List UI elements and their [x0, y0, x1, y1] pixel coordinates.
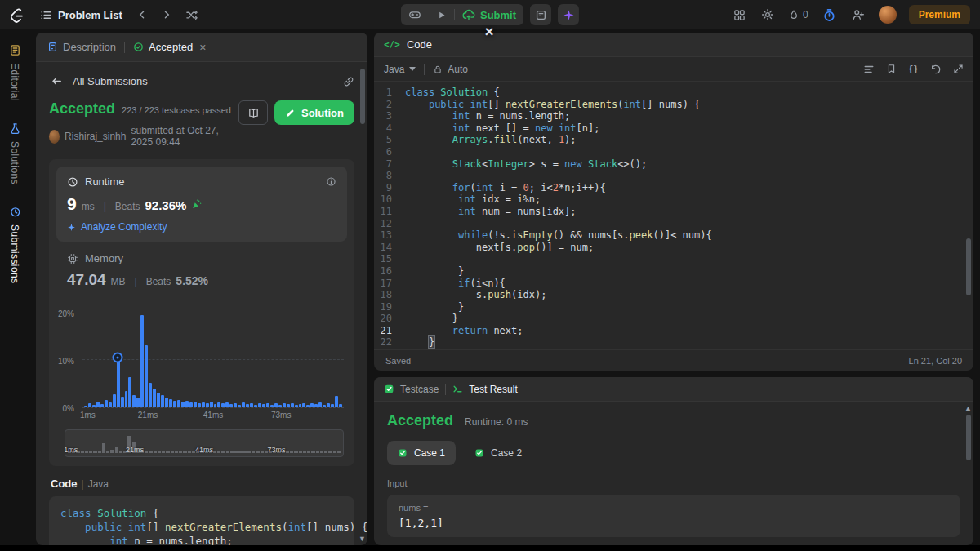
code-section-lang: Java: [88, 478, 109, 490]
solution-button[interactable]: Solution: [274, 100, 354, 125]
solutions-flask-icon: [9, 122, 21, 135]
undo-icon[interactable]: [930, 64, 942, 75]
runtime-beats-label: Beats: [115, 201, 140, 212]
left-tabbar: Description Accepted ×: [36, 33, 368, 62]
language-value: Java: [384, 64, 404, 75]
test-status: Accepted: [387, 412, 453, 429]
code-preview-lines: class Solution { public int[] nextGreate…: [60, 506, 343, 545]
analyze-complexity-link[interactable]: Analyze Complexity: [67, 221, 336, 233]
memory-beats-value: 5.52%: [176, 274, 208, 287]
leetcode-app: Problem List Submit: [0, 0, 980, 551]
bookmark-icon[interactable]: [886, 64, 897, 74]
tab-test-result[interactable]: Test Result: [452, 384, 517, 395]
editorial-icon: [9, 44, 21, 56]
test-panel-scrollbar[interactable]: [966, 415, 971, 460]
stats-card: Runtime 9 ms | Beats 92.36%: [49, 159, 354, 466]
notes-button[interactable]: [530, 4, 551, 25]
divider: [124, 42, 125, 53]
celebrate-icon: [191, 198, 203, 210]
tab-description[interactable]: Description: [46, 41, 118, 53]
case-2-label: Case 2: [491, 447, 522, 459]
random-problem-button[interactable]: [181, 6, 202, 24]
case-1-label: Case 1: [414, 447, 445, 459]
analyze-complexity-label: Analyze Complexity: [81, 221, 167, 233]
back-button[interactable]: [49, 73, 65, 89]
flame-icon: [788, 9, 800, 21]
ai-assistant-button[interactable]: [558, 4, 579, 25]
test-panel-scroll-up-icon[interactable]: ▲: [964, 405, 972, 412]
editor-toolbar: Java Auto {}: [374, 57, 973, 82]
left-panel-scroll-down-icon[interactable]: ▼: [359, 535, 366, 543]
timer-icon[interactable]: [821, 7, 838, 24]
solution-label: Solution: [301, 107, 344, 119]
language-select[interactable]: Java: [384, 64, 416, 75]
rail-item-editorial[interactable]: Editorial: [9, 44, 21, 101]
divider: [445, 384, 446, 395]
author-avatar[interactable]: [49, 130, 60, 144]
editor-header-label: Code: [407, 38, 432, 51]
code-icon: </>: [384, 39, 400, 50]
settings-gear-icon[interactable]: [760, 7, 776, 23]
case-2-chip[interactable]: Case 2: [464, 441, 532, 465]
close-tab-icon[interactable]: ×: [199, 41, 206, 54]
input-param-name: nums =: [399, 503, 949, 513]
editor-code-area[interactable]: 1class Solution {2 public int[] nextGrea…: [374, 82, 973, 349]
rail-label-submissions: Submissions: [9, 224, 20, 283]
brackets-icon[interactable]: {}: [908, 64, 919, 74]
lock-icon: [433, 64, 443, 74]
runtime-chart-minimap[interactable]: 1ms21ms41ms73ms: [65, 429, 344, 457]
code-preview[interactable]: class Solution { public int[] nextGreate…: [49, 496, 354, 545]
testcase-check-icon: [384, 384, 394, 394]
expand-icon[interactable]: [953, 64, 964, 74]
runtime-unit: ms: [82, 201, 95, 212]
editor-code-lines: 1class Solution {2 public int[] nextGrea…: [374, 87, 973, 349]
info-icon[interactable]: [326, 176, 336, 187]
tab-testcase[interactable]: Testcase: [384, 384, 439, 395]
close-overlay-button[interactable]: ×: [479, 22, 499, 42]
runtime-chart-plot[interactable]: [82, 304, 344, 408]
apps-grid-icon[interactable]: [732, 7, 747, 23]
invite-user-icon[interactable]: [850, 7, 866, 23]
input-label: Input: [387, 478, 960, 488]
user-avatar[interactable]: [879, 6, 897, 24]
tab-accepted[interactable]: Accepted ×: [131, 41, 207, 54]
testcases-passed: 223 / 223 testcases passed: [122, 105, 231, 115]
code-section-title: Code: [51, 478, 78, 490]
my-submission-marker[interactable]: [112, 352, 122, 362]
memory-value: 47.04: [67, 271, 106, 289]
editorial-compare-button[interactable]: [238, 100, 268, 125]
submission-detail: All Submissions Accepted 223 / 223 testc…: [36, 62, 368, 545]
auto-toggle[interactable]: Auto: [433, 64, 468, 75]
editor-scrollbar[interactable]: [966, 238, 971, 295]
share-link-icon[interactable]: [343, 76, 354, 87]
rail-item-submissions[interactable]: Submissions: [9, 206, 21, 283]
tab-accepted-label: Accepted: [149, 41, 193, 53]
run-submit-group: Submit: [401, 4, 523, 25]
all-submissions-label[interactable]: All Submissions: [73, 75, 148, 87]
rail-label-solutions: Solutions: [9, 141, 20, 184]
memory-block[interactable]: Memory 47.04 MB | Beats 5.52%: [56, 242, 347, 292]
leetcode-logo-icon[interactable]: [10, 7, 25, 23]
problem-list-icon: [40, 9, 52, 21]
terminal-icon: [452, 384, 463, 394]
left-panel-scrollbar[interactable]: [360, 69, 365, 124]
rail-item-solutions[interactable]: Solutions: [9, 122, 21, 184]
problem-list-label: Problem List: [58, 9, 122, 21]
submit-label: Submit: [480, 9, 516, 21]
prev-problem-button[interactable]: [132, 6, 152, 24]
test-runtime: Runtime: 0 ms: [465, 416, 528, 428]
next-problem-button[interactable]: [157, 6, 176, 24]
format-code-icon[interactable]: [863, 64, 875, 75]
submitted-at: submitted at Oct 27, 2025 09:44: [131, 125, 238, 148]
streak-counter[interactable]: 0: [788, 9, 808, 21]
submissions-history-icon: [9, 206, 21, 218]
debugger-button[interactable]: [401, 4, 429, 25]
case-1-chip[interactable]: Case 1: [387, 441, 456, 465]
runtime-distribution-chart[interactable]: 0%10%20% 1ms21ms41ms73ms: [56, 300, 347, 423]
input-box[interactable]: nums = [1,2,1]: [387, 495, 960, 537]
problem-list-button[interactable]: Problem List: [35, 6, 127, 24]
premium-button[interactable]: Premium: [909, 5, 970, 24]
author-name[interactable]: Rishiraj_sinhh: [65, 131, 126, 142]
runtime-block[interactable]: Runtime 9 ms | Beats 92.36%: [56, 167, 347, 242]
run-button[interactable]: [429, 4, 454, 25]
